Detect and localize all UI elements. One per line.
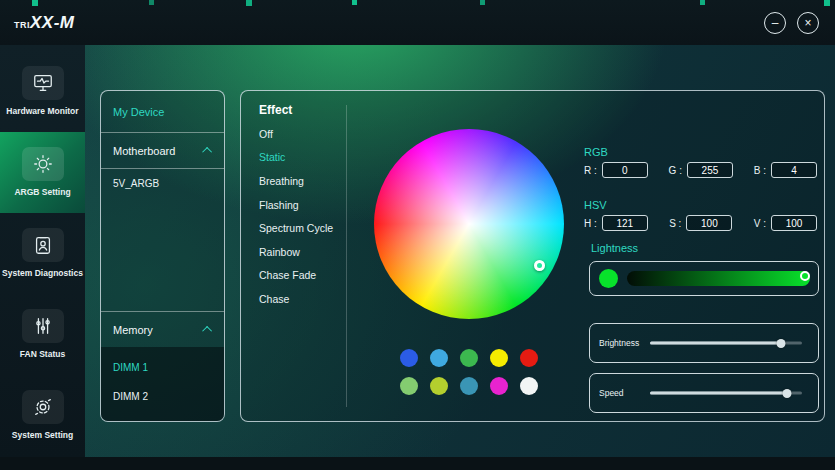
hsv-inputs-row: H : S : V :	[584, 215, 817, 231]
preset-swatch-row-1	[400, 349, 538, 367]
r-value-group: R :	[584, 162, 648, 178]
b-value-group: B :	[754, 162, 817, 178]
r-value-input[interactable]	[602, 162, 648, 178]
device-item-label: DIMM 2	[113, 391, 148, 402]
divider	[346, 105, 347, 407]
circuit-dot	[149, 0, 154, 5]
brightness-label: Brightness	[599, 338, 639, 348]
effect-title: Effect	[259, 103, 292, 117]
hsv-section-label: HSV	[584, 199, 607, 211]
effect-option-chase[interactable]: Chase	[259, 287, 333, 311]
preset-color-swatch-magenta[interactable]	[490, 377, 508, 395]
current-color-swatch	[599, 269, 618, 288]
trixx-app-window: TRI XX-M – × Hardware Monitor	[0, 0, 835, 470]
sidebar-item-label: FAN Status	[18, 349, 67, 359]
window-controls: – ×	[764, 12, 819, 34]
group-label: Motherboard	[113, 145, 175, 157]
v-value-group: V :	[754, 215, 817, 231]
device-item-5v-argb[interactable]: 5V_ARGB	[101, 169, 224, 198]
app-logo: TRI XX-M	[14, 13, 75, 33]
sidebar-item-label: ARGB Setting	[12, 187, 72, 197]
lightness-section-label: Lightness	[591, 242, 638, 254]
sidebar-item-label: System Diagnostics	[0, 268, 85, 278]
device-panel: My Device Motherboard 5V_ARGB Memory DIM…	[100, 90, 225, 422]
device-item-dimm2[interactable]: DIMM 2	[101, 382, 224, 411]
titlebar: TRI XX-M – ×	[0, 0, 835, 45]
color-wheel-selector[interactable]	[534, 260, 545, 271]
system-diagnostics-icon	[22, 228, 64, 262]
preset-color-swatch-white[interactable]	[520, 377, 538, 395]
device-item-label: 5V_ARGB	[113, 178, 159, 189]
h-value-input[interactable]	[602, 215, 648, 231]
preset-color-swatch-blue[interactable]	[400, 349, 418, 367]
circuit-dot	[246, 0, 252, 6]
device-item-label: DIMM 1	[113, 362, 148, 373]
r-label: R :	[584, 165, 597, 176]
system-setting-icon	[22, 390, 64, 424]
b-value-input[interactable]	[771, 162, 817, 178]
fan-status-icon	[22, 309, 64, 343]
device-group-motherboard[interactable]: Motherboard	[101, 133, 224, 169]
speed-slider[interactable]	[650, 392, 802, 395]
main-content: My Device Motherboard 5V_ARGB Memory DIM…	[85, 45, 835, 457]
minimize-icon: –	[772, 17, 779, 29]
s-label: S :	[669, 218, 681, 229]
speed-label: Speed	[599, 388, 624, 398]
effect-option-breathing[interactable]: Breathing	[259, 169, 333, 193]
preset-color-swatch-yellow[interactable]	[490, 349, 508, 367]
chevron-up-icon[interactable]	[202, 147, 212, 157]
preset-color-swatch-yellowgreen[interactable]	[430, 377, 448, 395]
effect-option-flashing[interactable]: Flashing	[259, 193, 333, 217]
preset-color-swatch-cyan[interactable]	[430, 349, 448, 367]
color-wheel[interactable]	[374, 129, 564, 319]
preset-swatch-row-2	[400, 377, 538, 395]
sidebar-item-fan-status[interactable]: FAN Status	[0, 294, 85, 375]
g-value-group: G :	[669, 162, 733, 178]
minimize-button[interactable]: –	[764, 12, 786, 34]
brightness-slider[interactable]	[650, 342, 802, 345]
close-icon: ×	[804, 17, 811, 29]
circuit-dot	[700, 0, 705, 5]
memory-items-box: DIMM 1 DIMM 2	[101, 347, 224, 421]
sidebar-item-label: Hardware Monitor	[4, 106, 80, 116]
sidebar-item-system-diagnostics[interactable]: System Diagnostics	[0, 213, 85, 294]
group-label: Memory	[113, 324, 153, 336]
close-button[interactable]: ×	[797, 12, 819, 34]
effect-list: Off Static Breathing Flashing Spectrum C…	[259, 122, 333, 311]
circuit-dot	[480, 0, 485, 5]
preset-color-swatch-lightgreen[interactable]	[400, 377, 418, 395]
rgb-inputs-row: R : G : B :	[584, 162, 817, 178]
h-value-group: H :	[584, 215, 648, 231]
effect-option-off[interactable]: Off	[259, 122, 333, 146]
circuit-dot	[824, 0, 830, 6]
sidebar-item-label: System Setting	[10, 430, 75, 440]
hardware-monitor-icon	[22, 66, 64, 100]
sidebar-item-hardware-monitor[interactable]: Hardware Monitor	[0, 51, 85, 132]
effect-option-rainbow[interactable]: Rainbow	[259, 240, 333, 264]
speed-control: Speed	[589, 373, 819, 413]
preset-color-swatch-steelblue[interactable]	[460, 377, 478, 395]
lightness-slider-knob[interactable]	[800, 271, 810, 281]
device-item-dimm1[interactable]: DIMM 1	[101, 353, 224, 382]
chevron-up-icon[interactable]	[202, 326, 212, 336]
preset-color-swatch-red[interactable]	[520, 349, 538, 367]
sidebar-item-system-setting[interactable]: System Setting	[0, 375, 85, 456]
sidebar-item-argb-setting[interactable]: ARGB Setting	[0, 132, 85, 213]
effect-option-static[interactable]: Static	[259, 146, 333, 170]
v-label: V :	[754, 218, 766, 229]
s-value-input[interactable]	[686, 215, 732, 231]
preset-color-swatch-green[interactable]	[460, 349, 478, 367]
spacer	[101, 198, 224, 311]
circuit-dot	[32, 0, 38, 6]
v-value-input[interactable]	[771, 215, 817, 231]
logo-text-prefix: TRI	[14, 20, 30, 30]
device-group-memory[interactable]: Memory	[101, 311, 224, 347]
g-value-input[interactable]	[687, 162, 733, 178]
effect-option-chase-fade[interactable]: Chase Fade	[259, 264, 333, 288]
speed-slider-fill	[650, 392, 787, 395]
lightness-slider[interactable]	[627, 271, 810, 286]
brightness-slider-knob[interactable]	[776, 339, 785, 348]
b-label: B :	[754, 165, 766, 176]
effect-option-spectrum-cycle[interactable]: Spectrum Cycle	[259, 216, 333, 240]
speed-slider-knob[interactable]	[782, 389, 791, 398]
